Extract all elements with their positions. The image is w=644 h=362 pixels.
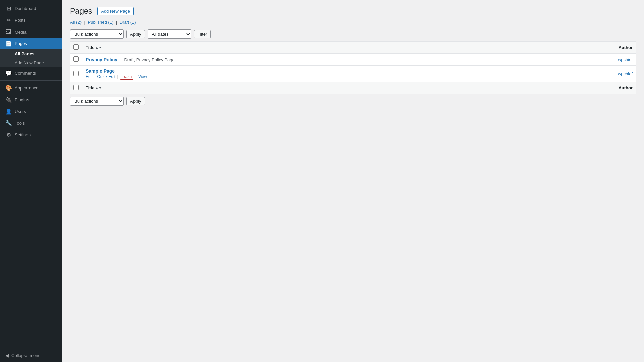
title-sort-link[interactable]: Title ▲▼ xyxy=(86,45,102,50)
sidebar-item-media[interactable]: 🖼 Media xyxy=(0,26,62,38)
row-checkbox-cell xyxy=(70,54,82,66)
apply-button-top[interactable]: Apply xyxy=(126,30,145,38)
select-all-col xyxy=(70,42,82,54)
sidebar-item-add-new-page[interactable]: Add New Page xyxy=(0,58,62,67)
sort-arrows-icon-foot: ▲▼ xyxy=(95,86,102,90)
title-sort-link-foot[interactable]: Title ▲▼ xyxy=(86,85,102,90)
pages-table: Title ▲▼ Author Privacy Policy — Draft, … xyxy=(70,41,636,94)
title-col-label: Title xyxy=(86,45,95,50)
edit-action-link[interactable]: Edit xyxy=(86,74,93,79)
sidebar-item-label: Pages xyxy=(15,41,27,46)
media-icon: 🖼 xyxy=(5,29,12,35)
sidebar-item-all-pages[interactable]: All Pages xyxy=(0,49,62,58)
sidebar-item-label: Dashboard xyxy=(15,6,36,11)
sidebar-item-pages[interactable]: 📄 Pages xyxy=(0,38,62,49)
page-title-text: Privacy Policy xyxy=(86,57,117,62)
add-new-page-button[interactable]: Add New Page xyxy=(97,7,134,15)
sidebar-item-label: Plugins xyxy=(15,97,29,102)
filter-draft-label: Draft xyxy=(120,20,129,25)
author-col-header: Author xyxy=(535,42,636,54)
filter-separator-1: | xyxy=(84,20,87,25)
title-col-footer: Title ▲▼ xyxy=(82,82,535,94)
sidebar-item-plugins[interactable]: 🔌 Plugins xyxy=(0,94,62,106)
page-meta: — Draft, Privacy Policy Page xyxy=(119,57,175,62)
title-col-label-foot: Title xyxy=(86,85,95,90)
page-title-text: Sample Page xyxy=(86,68,115,74)
users-icon: 👤 xyxy=(5,108,12,115)
sidebar-item-label: Appearance xyxy=(15,85,38,90)
table-foot: Title ▲▼ Author xyxy=(70,82,636,94)
table-head-row: Title ▲▼ Author xyxy=(70,42,636,54)
action-sep: | xyxy=(136,74,138,79)
apply-button-bottom[interactable]: Apply xyxy=(126,97,145,105)
table-row: Privacy Policy — Draft, Privacy Policy P… xyxy=(70,54,636,66)
filter-all-link[interactable]: All (2) xyxy=(70,20,83,25)
sidebar-item-users[interactable]: 👤 Users xyxy=(0,106,62,117)
view-action-link[interactable]: View xyxy=(138,74,147,79)
select-all-col-foot xyxy=(70,82,82,94)
page-title: Pages xyxy=(70,7,92,16)
tools-icon: 🔧 xyxy=(5,120,12,126)
dashboard-icon: ⊞ xyxy=(5,5,12,12)
main-content: Pages Add New Page All (2) | Published (… xyxy=(62,0,644,362)
sidebar-item-label: Media xyxy=(15,29,26,35)
pages-submenu: All Pages Add New Page xyxy=(0,49,62,67)
sidebar-divider xyxy=(0,80,62,81)
bulk-actions-select-bottom[interactable]: Bulk actions Edit Move to Trash xyxy=(70,97,124,106)
table-foot-row: Title ▲▼ Author xyxy=(70,82,636,94)
author-link-sample[interactable]: wpchief xyxy=(618,71,633,76)
row-checkbox[interactable] xyxy=(73,71,79,76)
sidebar-item-settings[interactable]: ⚙ Settings xyxy=(0,129,62,141)
filter-published-label: Published xyxy=(88,20,107,25)
page-title-link-sample[interactable]: Sample Page xyxy=(86,68,115,74)
filter-all-label: All xyxy=(70,20,75,25)
table-row: Sample Page Edit | Quick Edit | Trash | … xyxy=(70,66,636,82)
author-col-footer: Author xyxy=(535,82,636,94)
all-dates-select[interactable]: All dates xyxy=(148,29,191,39)
collapse-menu-button[interactable]: ◀ Collapse menu xyxy=(0,349,62,362)
sort-arrows-icon: ▲▼ xyxy=(95,46,102,49)
sidebar-item-posts[interactable]: ✏ Posts xyxy=(0,14,62,26)
author-link-privacy[interactable]: wpchief xyxy=(618,57,633,62)
sidebar-item-comments[interactable]: 💬 Comments xyxy=(0,67,62,79)
collapse-menu-label: Collapse menu xyxy=(11,353,41,358)
bulk-actions-select-top[interactable]: Bulk actions Edit Move to Trash xyxy=(70,29,124,39)
row-title-cell: Privacy Policy — Draft, Privacy Policy P… xyxy=(82,54,535,66)
sidebar-item-label: Settings xyxy=(15,132,31,137)
sidebar-item-label: Comments xyxy=(15,71,36,76)
collapse-icon: ◀ xyxy=(5,353,9,358)
filter-button[interactable]: Filter xyxy=(194,30,211,38)
sidebar-item-label: Posts xyxy=(15,18,26,23)
pages-icon: 📄 xyxy=(5,40,12,47)
row-title-cell: Sample Page Edit | Quick Edit | Trash | … xyxy=(82,66,535,82)
page-header: Pages Add New Page xyxy=(70,7,636,16)
sidebar: ⊞ Dashboard ✏ Posts 🖼 Media 📄 Pages All … xyxy=(0,0,62,362)
toolbar-bottom: Bulk actions Edit Move to Trash Apply xyxy=(70,97,636,106)
select-all-checkbox-foot[interactable] xyxy=(73,85,79,90)
sidebar-item-dashboard[interactable]: ⊞ Dashboard xyxy=(0,3,62,14)
posts-icon: ✏ xyxy=(5,17,12,23)
row-actions: Edit | Quick Edit | Trash | View xyxy=(86,74,531,79)
filter-draft-link[interactable]: Draft (1) xyxy=(120,20,136,25)
settings-icon: ⚙ xyxy=(5,132,12,138)
action-sep: | xyxy=(117,74,119,79)
trash-action-link[interactable]: Trash xyxy=(120,74,133,80)
row-author-cell: wpchief xyxy=(535,54,636,66)
filter-published-link[interactable]: Published (1) xyxy=(88,20,115,25)
filter-all-count: (2) xyxy=(76,20,82,25)
sidebar-item-tools[interactable]: 🔧 Tools xyxy=(0,117,62,129)
sidebar-item-label: Users xyxy=(15,109,26,114)
page-title-link-privacy[interactable]: Privacy Policy xyxy=(86,57,119,62)
row-author-cell: wpchief xyxy=(535,66,636,82)
row-checkbox[interactable] xyxy=(73,56,79,62)
comments-icon: 💬 xyxy=(5,70,12,76)
toolbar-top: Bulk actions Edit Move to Trash Apply Al… xyxy=(70,29,636,39)
plugins-icon: 🔌 xyxy=(5,97,12,103)
table-head: Title ▲▼ Author xyxy=(70,42,636,54)
select-all-checkbox[interactable] xyxy=(73,44,79,50)
filter-links: All (2) | Published (1) | Draft (1) xyxy=(70,20,636,25)
sidebar-item-label: Tools xyxy=(15,121,25,126)
quick-edit-action-link[interactable]: Quick Edit xyxy=(97,74,115,79)
action-sep: | xyxy=(94,74,96,79)
sidebar-item-appearance[interactable]: 🎨 Appearance xyxy=(0,82,62,94)
